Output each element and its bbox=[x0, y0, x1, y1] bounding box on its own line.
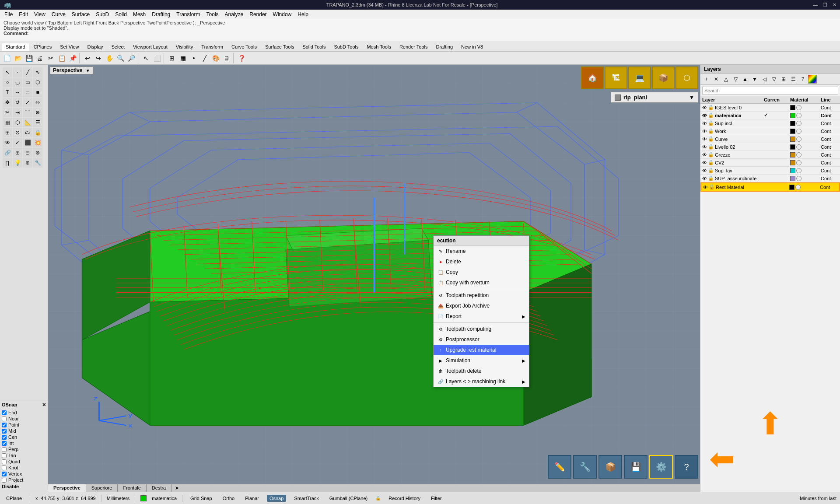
layer-row-supasseinc[interactable]: 👁 🔒 SUP_asse inclinate Cont bbox=[700, 175, 840, 182]
layer-delete-icon[interactable]: ✕ bbox=[712, 75, 721, 84]
check-tool[interactable]: ✓ bbox=[13, 138, 22, 147]
rotate-tool[interactable]: ↺ bbox=[13, 98, 22, 107]
ctx-toolpath-computing[interactable]: ⚙ Toolpath computing bbox=[434, 324, 529, 334]
render-tool-l[interactable]: 💡 bbox=[13, 158, 22, 168]
text-tool[interactable]: T bbox=[3, 88, 12, 97]
layer-tool[interactable]: ☰ bbox=[33, 118, 42, 127]
trim-tool[interactable]: ✂ bbox=[3, 108, 12, 117]
menu-item-drafting[interactable]: Drafting bbox=[149, 10, 173, 18]
menu-item-edit[interactable]: Edit bbox=[16, 10, 31, 18]
osnap-quad[interactable]: Quad bbox=[2, 458, 46, 465]
layer-row-work[interactable]: 👁 🔒 Work Cont bbox=[700, 127, 840, 135]
menu-item-analyze[interactable]: Analyze bbox=[222, 10, 246, 18]
layer-row-iges[interactable]: 👁 🔒 IGES level 0 Cont bbox=[700, 104, 840, 112]
vp-tab-scroll[interactable]: ➤ bbox=[172, 484, 182, 492]
point-tool[interactable]: · bbox=[13, 67, 22, 77]
ctx-rename[interactable]: ✎ Rename bbox=[434, 246, 529, 256]
osnap-end[interactable]: End bbox=[2, 410, 46, 416]
osnap-project[interactable]: Project bbox=[2, 477, 46, 483]
ctx-layers-link[interactable]: 🔗 Layers < > machining link ▶ bbox=[434, 376, 529, 387]
solid-tool[interactable]: ■ bbox=[33, 88, 42, 97]
surface-tool[interactable]: □ bbox=[23, 88, 32, 97]
point-icon[interactable]: • bbox=[189, 53, 199, 63]
menu-item-help[interactable]: Help bbox=[295, 10, 311, 18]
restore-button[interactable]: ❐ bbox=[823, 2, 827, 8]
toolbar-tab-set-view[interactable]: Set View bbox=[56, 43, 83, 51]
cmd-prompt[interactable]: Command: bbox=[4, 31, 836, 36]
view-btn-box[interactable]: 📦 bbox=[652, 66, 675, 89]
layer-dropdown-arrow[interactable]: ▼ bbox=[689, 94, 694, 101]
ctx-delete[interactable]: ● Delete bbox=[434, 256, 529, 267]
ctx-copy[interactable]: 📋 Copy bbox=[434, 267, 529, 277]
layer-moveup-icon[interactable]: ▲ bbox=[741, 75, 749, 84]
ctx-simulation[interactable]: ▶ Simulation ▶ bbox=[434, 355, 529, 366]
status-record-history[interactable]: Record History bbox=[386, 495, 423, 502]
menu-item-solid[interactable]: Solid bbox=[112, 10, 130, 18]
offset-tool[interactable]: ⊜ bbox=[33, 148, 42, 158]
toolbar-tab-render-tools[interactable]: Render Tools bbox=[396, 43, 432, 51]
layer-up-icon[interactable]: △ bbox=[721, 75, 730, 84]
osnap-perp[interactable]: Perp bbox=[2, 446, 46, 452]
analyze-tool[interactable]: 📐 bbox=[23, 118, 32, 127]
toolbar-tab-subd-tools[interactable]: SubD Tools bbox=[330, 43, 362, 51]
ctx-export-archive[interactable]: 📤 Export Job Archive bbox=[434, 301, 529, 311]
mesh-tool-l[interactable]: ▦ bbox=[3, 118, 12, 127]
status-cplane[interactable]: CPlane bbox=[4, 495, 24, 502]
close-button[interactable]: ✕ bbox=[833, 2, 836, 8]
status-filter[interactable]: Filter bbox=[428, 495, 444, 502]
osnap-toggle[interactable]: ✕ bbox=[42, 402, 46, 408]
layer-help-icon[interactable]: ? bbox=[798, 75, 807, 84]
layer-row-matematica[interactable]: 👁 🔒 matematica ✓ Cont bbox=[700, 112, 840, 119]
osnap-vertex[interactable]: Vertex bbox=[2, 471, 46, 477]
layer-movedn-icon[interactable]: ▼ bbox=[750, 75, 759, 84]
ctx-toolpath-delete[interactable]: 🗑 Toolpath delete bbox=[434, 366, 529, 376]
arc-tool[interactable]: ◡ bbox=[13, 77, 22, 87]
status-ortho[interactable]: Ortho bbox=[220, 495, 238, 502]
line-tool[interactable]: ╱ bbox=[23, 67, 32, 77]
vbt-save[interactable]: 💾 bbox=[624, 455, 648, 479]
window-select-icon[interactable]: ⬜ bbox=[152, 53, 162, 63]
status-osnap[interactable]: Osnap bbox=[267, 495, 286, 502]
dim-tool[interactable]: ↔ bbox=[13, 88, 22, 97]
help-icon[interactable]: ❓ bbox=[236, 53, 247, 63]
layer-row-cv2[interactable]: 👁 🔒 CV2 Cont bbox=[700, 159, 840, 167]
worksession-tool[interactable]: 🗂 bbox=[23, 128, 32, 137]
paste-icon[interactable]: 📌 bbox=[67, 53, 78, 63]
color-icon[interactable]: 🎨 bbox=[210, 53, 221, 63]
toolbar-tab-viewport-layout[interactable]: Viewport Layout bbox=[129, 43, 172, 51]
open-icon[interactable]: 📂 bbox=[13, 53, 23, 63]
status-smarttrack[interactable]: SmartTrack bbox=[291, 495, 321, 502]
snap-icon[interactable]: ⊞ bbox=[167, 53, 177, 63]
osnap-cen[interactable]: Cen bbox=[2, 434, 46, 440]
ctx-toolpath-rep[interactable]: ↺ Toolpath repetition bbox=[434, 290, 529, 301]
osnap-disable[interactable]: Disable bbox=[2, 483, 46, 490]
toolbar-tab-new-in-v8[interactable]: New in V8 bbox=[457, 43, 487, 51]
vp-tab-destra[interactable]: Destra bbox=[147, 484, 172, 492]
menu-item-mesh[interactable]: Mesh bbox=[130, 10, 148, 18]
boolean-tool[interactable]: ⊕ bbox=[33, 108, 42, 117]
save-icon[interactable]: 💾 bbox=[24, 53, 34, 63]
osnap-near[interactable]: Near bbox=[2, 416, 46, 422]
undo-icon[interactable]: ↩ bbox=[82, 53, 93, 63]
layer-filter-icon[interactable]: ▽ bbox=[770, 75, 778, 84]
print-icon[interactable]: 🖨 bbox=[35, 53, 45, 63]
vp-tab-frontale[interactable]: Frontale bbox=[118, 484, 146, 492]
layer-new-icon[interactable]: + bbox=[702, 75, 711, 84]
pan-icon[interactable]: ✋ bbox=[104, 53, 115, 63]
copy-icon[interactable]: 📋 bbox=[56, 53, 67, 63]
layer-row-supincl[interactable]: 👁 🔒 Sup incl Cont bbox=[700, 119, 840, 127]
layer-list-icon[interactable]: ☰ bbox=[789, 75, 798, 84]
toolbar-tab-drafting[interactable]: Drafting bbox=[432, 43, 457, 51]
ungroup-tool[interactable]: ⊟ bbox=[23, 148, 32, 158]
ctx-postprocessor[interactable]: ⚙ Postprocessor bbox=[434, 334, 529, 345]
mesh-icon[interactable]: ▦ bbox=[178, 53, 188, 63]
vp-tab-superiore[interactable]: Superiore bbox=[86, 484, 118, 492]
visibility-tool[interactable]: 👁 bbox=[3, 138, 12, 147]
minimize-button[interactable]: — bbox=[813, 2, 818, 8]
scale-tool[interactable]: ⤢ bbox=[23, 98, 32, 107]
layer-dropdown[interactable]: rip_piani ▼ bbox=[611, 92, 698, 103]
menu-item-surface[interactable]: Surface bbox=[69, 10, 92, 18]
viewport[interactable]: Perspective ▼ 🏠 🏗 💻 📦 ⬡ rip_piani ▼ bbox=[48, 65, 700, 492]
poly-tool[interactable]: ⬡ bbox=[33, 77, 42, 87]
layer-down-icon[interactable]: ▽ bbox=[731, 75, 740, 84]
